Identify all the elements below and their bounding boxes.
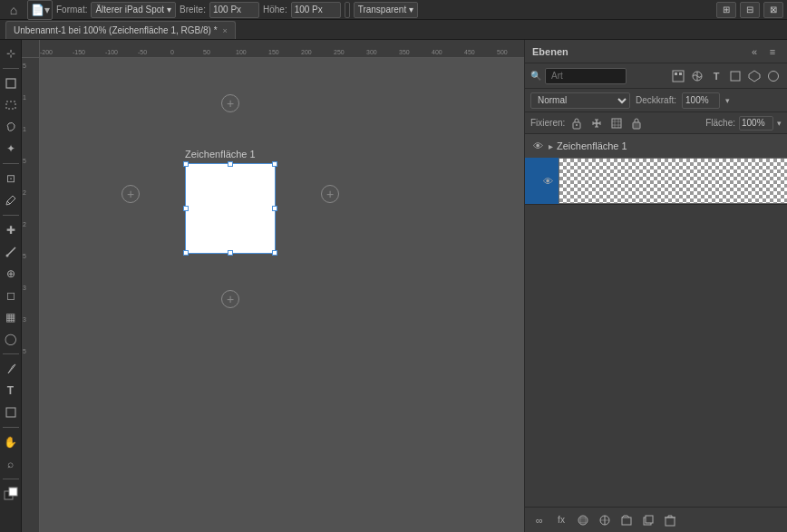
arrange-icon-3[interactable]: ⊠ [763, 2, 783, 18]
handle-middle-left[interactable] [183, 206, 189, 211]
search-icon: 🔍 [530, 71, 541, 81]
shape-tool[interactable] [1, 402, 21, 422]
hand-tool[interactable]: ✋ [1, 432, 21, 452]
fill-dropdown-arrow[interactable]: ▾ [777, 119, 782, 128]
handle-top-left[interactable] [183, 161, 189, 167]
selection-border [185, 163, 276, 254]
handle-top-right[interactable] [272, 161, 277, 167]
add-artboard-top[interactable]: + [221, 94, 239, 112]
chain-link-icon[interactable] [345, 2, 350, 18]
artboard[interactable] [185, 163, 276, 254]
filter-pixel-icon[interactable] [670, 68, 686, 84]
layer-visibility-toggle[interactable]: 👁 [543, 174, 553, 189]
lock-row: Fixieren: [525, 112, 787, 134]
filter-type-icon[interactable]: T [708, 68, 724, 84]
clone-tool[interactable]: ⊕ [1, 264, 21, 284]
artboard-label: Zeichenfläche 1 [185, 149, 276, 160]
panel-menu-button[interactable]: ≡ [765, 44, 780, 59]
pen-tool[interactable] [1, 359, 21, 379]
filter-lock-icon[interactable] [765, 68, 782, 84]
opacity-label: Deckkraft: [636, 95, 676, 105]
tab-title: Unbenannt-1 bei 100% (Zeichenfläche 1, R… [14, 25, 218, 35]
panel-controls: « ≡ [747, 44, 780, 59]
group-layers-button[interactable] [617, 511, 636, 529]
artboard-container[interactable]: + + + + Zeichenfläche 1 [185, 149, 276, 254]
transparent-dropdown[interactable]: Transparent ▾ [354, 2, 419, 18]
dodge-tool[interactable]: ◯ [1, 329, 21, 349]
home-icon[interactable]: ⌂ [4, 0, 24, 20]
arrange-icon-2[interactable]: ⊟ [740, 2, 760, 18]
layer-row[interactable]: 👁 Ebene 1 [525, 158, 787, 205]
marquee-tool[interactable] [1, 95, 21, 115]
filter-adjust-icon[interactable] [689, 68, 705, 84]
type-tool[interactable]: T [1, 381, 21, 401]
blend-mode-row: Normal Deckkraft: ▾ [525, 89, 787, 112]
artboard-tool[interactable] [1, 73, 21, 93]
tool-separator-5 [3, 427, 19, 428]
blend-mode-select[interactable]: Normal [530, 92, 630, 109]
artboard-expand-arrow[interactable]: ▸ [549, 141, 553, 151]
handle-bottom-center[interactable] [228, 250, 233, 256]
panel-header: Ebenen « ≡ [525, 40, 787, 63]
add-artboard-left[interactable]: + [121, 185, 140, 203]
fill-input[interactable] [739, 116, 773, 131]
filter-smartobject-icon[interactable] [746, 68, 763, 84]
lock-position-icon[interactable] [588, 115, 605, 131]
handle-bottom-right[interactable] [272, 250, 277, 256]
lock-pixels-icon[interactable] [568, 115, 585, 131]
tool-separator-3 [3, 215, 19, 216]
left-toolbar: ⊹ ✦ ⊡ ✚ ⊕ ◻ ▦ ◯ T [0, 40, 22, 532]
adjustment-layer-button[interactable] [596, 511, 614, 529]
svg-rect-8 [679, 73, 682, 75]
width-input[interactable] [209, 2, 259, 18]
artboard-group-row[interactable]: 👁 ▸ Zeichenfläche 1 [525, 134, 787, 158]
zoom-tool[interactable]: ⌕ [1, 454, 21, 474]
add-artboard-bottom[interactable]: + [221, 290, 239, 308]
lock-artboard-icon[interactable] [608, 115, 625, 131]
svg-rect-21 [666, 517, 675, 526]
tab-close-button[interactable]: × [223, 26, 228, 35]
artboard-visibility-toggle[interactable]: 👁 [530, 139, 545, 153]
opacity-input[interactable] [682, 92, 720, 109]
panel-title: Ebenen [532, 46, 568, 57]
height-input[interactable] [291, 2, 341, 18]
magic-wand-tool[interactable]: ✦ [1, 139, 21, 159]
gradient-tool[interactable]: ▦ [1, 307, 21, 327]
delete-layer-button[interactable] [661, 511, 679, 529]
arrange-icon-1[interactable]: ⊞ [716, 2, 736, 18]
add-mask-button[interactable] [574, 511, 592, 529]
workspace[interactable]: + + + + Zeichenfläche 1 [40, 58, 524, 532]
svg-rect-3 [6, 408, 15, 417]
handle-middle-right[interactable] [272, 206, 277, 211]
filter-shape-icon[interactable] [727, 68, 743, 84]
svg-rect-14 [633, 122, 640, 129]
panel-collapse-button[interactable]: « [747, 44, 762, 59]
lock-all-icon[interactable] [628, 115, 645, 131]
layer-effects-button[interactable]: fx [552, 511, 570, 529]
ruler-corner [22, 40, 40, 58]
document-tab[interactable]: Unbenannt-1 bei 100% (Zeichenfläche 1, R… [5, 21, 236, 39]
document-icon[interactable]: 📄▾ [27, 0, 53, 20]
handle-bottom-left[interactable] [183, 250, 189, 256]
link-layers-button[interactable]: ∞ [530, 511, 549, 529]
healing-tool[interactable]: ✚ [1, 220, 21, 240]
brush-tool[interactable] [1, 242, 21, 262]
foreground-background-colors[interactable] [1, 484, 21, 504]
handle-top-center[interactable] [228, 161, 233, 167]
format-label: Format: [56, 5, 87, 15]
add-artboard-right[interactable]: + [321, 185, 339, 203]
tool-separator-4 [3, 353, 19, 354]
eraser-tool[interactable]: ◻ [1, 285, 21, 305]
format-dropdown[interactable]: Älterer iPad Spot ▾ [91, 2, 176, 18]
crop-tool[interactable]: ⊡ [1, 169, 21, 189]
move-tool[interactable]: ⊹ [1, 44, 21, 63]
layer-search-input[interactable] [545, 68, 627, 84]
ruler-top: -200 -150 -100 -50 0 50 100 150 200 250 … [40, 40, 524, 58]
eyedropper-tool[interactable] [1, 190, 21, 210]
layers-list[interactable]: 👁 ▸ Zeichenfläche 1 👁 Ebene 1 [525, 134, 787, 507]
ruler-left: 5 1 1 5 2 2 5 3 3 5 [22, 58, 40, 532]
lasso-tool[interactable] [1, 117, 21, 137]
canvas-area[interactable]: -200 -150 -100 -50 0 50 100 150 200 250 … [22, 40, 524, 532]
new-layer-button[interactable] [639, 511, 657, 529]
opacity-dropdown-arrow[interactable]: ▾ [725, 96, 730, 105]
